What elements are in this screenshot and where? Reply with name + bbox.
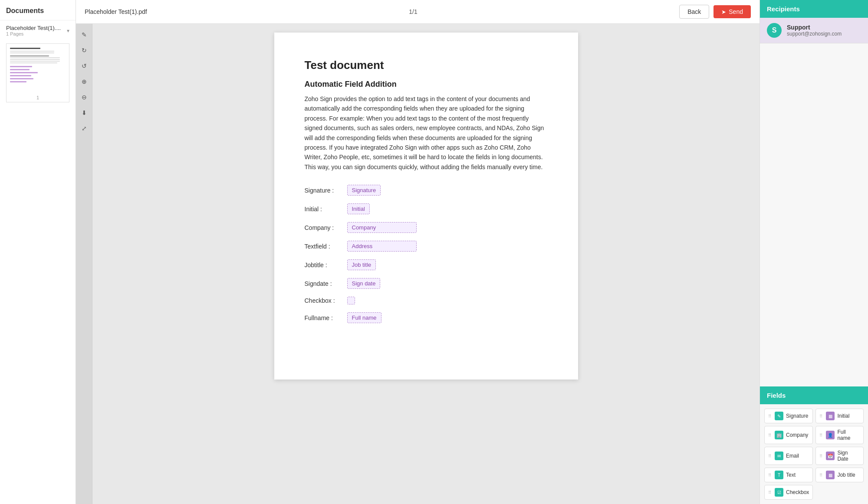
recipient-name: Support xyxy=(787,24,842,31)
undo-button[interactable]: ↺ xyxy=(78,59,91,72)
left-toolbar: ✎ ↻ ↺ ⊕ ⊖ ⬇ ⤢ xyxy=(76,24,92,504)
recipient-email: support@zohosign.com xyxy=(787,31,842,37)
fullscreen-button[interactable]: ⤢ xyxy=(78,122,91,135)
field-chip-checkbox[interactable]: ⠿ ☑ Checkbox xyxy=(764,485,813,500)
main-area: Placeholder Test(1).pdf 1/1 Back ➤ Send … xyxy=(76,0,760,504)
redo-button[interactable]: ↻ xyxy=(78,44,91,57)
field-chip-jobtitle[interactable]: ⠿ ▦ Job title xyxy=(815,468,864,482)
signdate-field-tag[interactable]: Sign date xyxy=(347,278,381,289)
signdate-chip-label: Sign Date xyxy=(837,450,860,462)
initial-chip-label: Initial xyxy=(837,413,849,419)
field-chip-email[interactable]: ⠿ ✉ Email xyxy=(764,447,813,465)
drag-icon: ⠿ xyxy=(768,454,771,458)
field-label-textfield: Textfield : xyxy=(305,243,344,250)
chevron-down-icon: ▾ xyxy=(67,28,69,34)
doc-title: Placeholder Test(1).pdf xyxy=(85,8,147,15)
text-chip-icon: T xyxy=(775,471,783,479)
field-row-company: Company : Company xyxy=(305,222,548,233)
fullname-field-tag[interactable]: Full name xyxy=(347,312,381,323)
field-chip-fullname[interactable]: ⠿ 👤 Full name xyxy=(815,426,864,444)
content-area: ✎ ↻ ↺ ⊕ ⊖ ⬇ ⤢ Test document Automatic Fi… xyxy=(76,24,760,504)
field-label-jobtitle: Jobtitle : xyxy=(305,262,344,268)
recipient-item[interactable]: S Support support@zohosign.com xyxy=(760,18,868,43)
send-icon: ➤ xyxy=(721,9,726,15)
jobtitle-chip-icon: ▦ xyxy=(826,471,835,479)
top-bar-actions: Back ➤ Send xyxy=(679,5,751,19)
text-chip-label: Text xyxy=(786,472,796,478)
field-row-signature: Signature : Signature xyxy=(305,185,548,196)
drag-icon: ⠿ xyxy=(819,473,822,478)
send-button[interactable]: ➤ Send xyxy=(713,5,751,18)
signature-chip-icon: ✎ xyxy=(775,412,783,420)
email-chip-icon: ✉ xyxy=(775,452,783,460)
company-chip-icon: 🏢 xyxy=(775,431,783,439)
drag-icon: ⠿ xyxy=(768,490,771,495)
download-button[interactable]: ⬇ xyxy=(78,106,91,119)
field-label-company: Company : xyxy=(305,224,344,231)
doc-item-name: Placeholder Test(1).... xyxy=(6,25,61,31)
fullname-chip-icon: 👤 xyxy=(826,431,835,439)
signature-chip-label: Signature xyxy=(786,413,808,419)
field-row-textfield: Textfield : Address xyxy=(305,241,548,252)
company-chip-label: Company xyxy=(786,432,808,438)
field-row-fullname: Fullname : Full name xyxy=(305,312,548,323)
doc-page-title: Test document xyxy=(305,59,548,72)
drag-icon: ⠿ xyxy=(819,454,822,458)
field-row-signdate: Signdate : Sign date xyxy=(305,278,548,289)
field-chip-initial[interactable]: ⠿ ▦ Initial xyxy=(815,409,864,423)
drag-icon: ⠿ xyxy=(768,473,771,478)
drag-icon: ⠿ xyxy=(768,414,771,419)
signdate-chip-icon: 📅 xyxy=(826,452,835,460)
field-chip-signature[interactable]: ⠿ ✎ Signature xyxy=(764,409,813,423)
send-label: Send xyxy=(729,8,743,15)
page-indicator: 1/1 xyxy=(409,8,417,15)
field-row-jobtitle: Jobtitle : Job title xyxy=(305,259,548,270)
thumbnail-preview xyxy=(8,46,67,93)
sidebar-right: Recipients S Support support@zohosign.co… xyxy=(760,0,868,504)
field-chip-signdate[interactable]: ⠿ 📅 Sign Date xyxy=(815,447,864,465)
company-field-tag[interactable]: Company xyxy=(347,222,417,233)
doc-thumbnail[interactable]: 1 xyxy=(6,43,69,102)
fields-header: Fields xyxy=(760,386,868,404)
field-row-checkbox: Checkbox : xyxy=(305,297,548,304)
jobtitle-chip-label: Job title xyxy=(837,472,855,478)
edit-button[interactable]: ✎ xyxy=(78,28,91,41)
field-label-checkbox: Checkbox : xyxy=(305,297,344,304)
jobtitle-field-tag[interactable]: Job title xyxy=(347,259,376,270)
email-chip-label: Email xyxy=(786,453,799,459)
drag-icon: ⠿ xyxy=(819,433,822,438)
textfield-field-tag[interactable]: Address xyxy=(347,241,417,252)
field-label-fullname: Fullname : xyxy=(305,314,344,321)
doc-page: Test document Automatic Field Addition Z… xyxy=(274,33,578,380)
checkbox-field-tag[interactable] xyxy=(347,297,355,304)
sidebar-title: Documents xyxy=(0,0,76,20)
field-label-signdate: Signdate : xyxy=(305,280,344,287)
recipients-header: Recipients xyxy=(760,0,868,18)
initial-field-tag[interactable]: Initial xyxy=(347,203,370,214)
fields-grid: ⠿ ✎ Signature ⠿ ▦ Initial ⠿ 🏢 Company ⠿ … xyxy=(760,404,868,504)
doc-item-pages: 1 Pages xyxy=(6,31,61,36)
zoom-in-button[interactable]: ⊕ xyxy=(78,75,91,88)
recipient-info: Support support@zohosign.com xyxy=(787,24,842,37)
field-chip-company[interactable]: ⠿ 🏢 Company xyxy=(764,426,813,444)
checkbox-chip-label: Checkbox xyxy=(786,489,809,495)
doc-item[interactable]: Placeholder Test(1).... 1 Pages ▾ xyxy=(0,20,76,41)
checkbox-chip-icon: ☑ xyxy=(775,488,783,497)
back-button[interactable]: Back xyxy=(679,5,709,19)
field-row-initial: Initial : Initial xyxy=(305,203,548,214)
zoom-out-button[interactable]: ⊖ xyxy=(78,91,91,104)
drag-icon: ⠿ xyxy=(768,433,771,438)
doc-section-title: Automatic Field Addition xyxy=(305,80,548,89)
doc-body-text: Zoho Sign provides the option to add tex… xyxy=(305,94,548,172)
drag-icon: ⠿ xyxy=(819,414,822,419)
initial-chip-icon: ▦ xyxy=(826,412,835,420)
recipient-avatar: S xyxy=(767,23,782,38)
signature-field-tag[interactable]: Signature xyxy=(347,185,381,196)
sidebar-left: Documents Placeholder Test(1).... 1 Page… xyxy=(0,0,76,504)
field-label-signature: Signature : xyxy=(305,187,344,194)
doc-viewer: Test document Automatic Field Addition Z… xyxy=(92,24,760,504)
field-chip-text[interactable]: ⠿ T Text xyxy=(764,468,813,482)
top-bar: Placeholder Test(1).pdf 1/1 Back ➤ Send xyxy=(76,0,760,24)
field-label-initial: Initial : xyxy=(305,206,344,213)
spacer xyxy=(760,43,868,386)
